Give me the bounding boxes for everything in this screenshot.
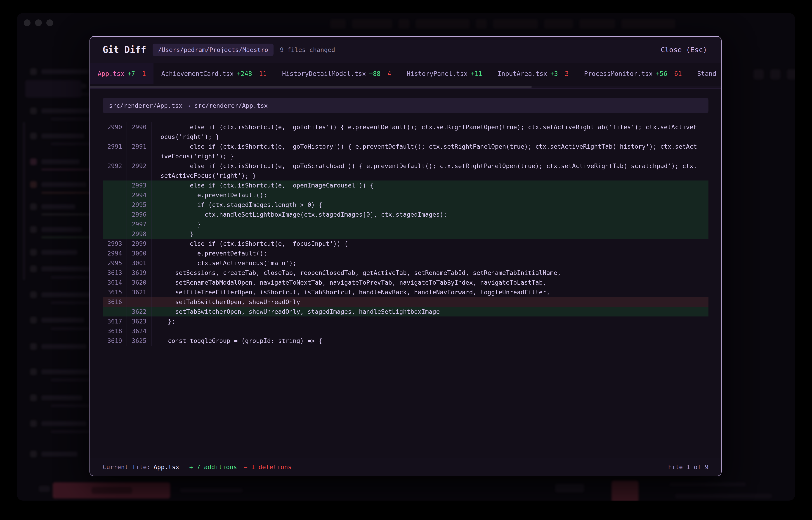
tab-additions: +3 <box>550 70 558 77</box>
old-line-number: 3615 <box>103 287 127 297</box>
current-file-name: App.tsx <box>153 464 179 470</box>
code-text: else if (ctx.isShortcut(e, 'openImageCar… <box>151 181 709 190</box>
diff-line: 36173623 }; <box>103 316 709 326</box>
file-path-to: src/renderer/App.tsx <box>194 102 268 109</box>
diff-file-tab[interactable]: Stand <box>689 63 721 84</box>
diff-file-tab[interactable]: HistoryPanel.tsx+11 <box>399 63 490 84</box>
tab-additions: +7 <box>127 70 135 77</box>
new-line-number: 2991 <box>127 141 151 161</box>
file-path-from: src/renderer/App.tsx <box>109 102 182 109</box>
tabs-scrollbar-thumb[interactable] <box>90 86 532 88</box>
tab-deletions: −61 <box>670 70 682 77</box>
tabs-scrollbar-track[interactable] <box>90 86 721 88</box>
diff-line: 3616 setTabSwitcherOpen, showUnreadOnly <box>103 297 709 307</box>
new-line-number: 2999 <box>127 239 151 249</box>
code-text: e.preventDefault(); <box>151 190 709 200</box>
tab-deletions: −1 <box>138 70 146 77</box>
close-button[interactable]: Close (Esc) <box>659 45 709 54</box>
diff-file-tab[interactable]: AchievementCard.tsx+248−11 <box>153 63 274 84</box>
new-line-number: 2990 <box>127 122 151 141</box>
new-line-number: 2994 <box>127 190 151 200</box>
old-line-number <box>103 307 127 316</box>
diff-line: 29932999 else if (ctx.isShortcut(e, 'foc… <box>103 239 709 249</box>
old-line-number <box>103 190 127 200</box>
new-line-number: 2995 <box>127 200 151 210</box>
new-line-number: 2997 <box>127 219 151 229</box>
new-line-number: 3621 <box>127 287 151 297</box>
code-text: else if (ctx.isShortcut(e, 'focusInput')… <box>151 239 709 249</box>
diff-line: 36143620 setRenameTabModalOpen, navigate… <box>103 278 709 287</box>
diff-line: 2994 e.preventDefault(); <box>103 190 709 200</box>
diff-line: 2998 } <box>103 229 709 239</box>
modal-header: Git Diff /Users/pedram/Projects/Maestro … <box>90 36 721 63</box>
new-line-number <box>127 297 151 307</box>
old-line-number: 2994 <box>103 249 127 258</box>
new-line-number: 3000 <box>127 249 151 258</box>
modal-footer: Current file: App.tsx + 7 additions − 1 … <box>90 458 721 476</box>
old-line-number <box>103 229 127 239</box>
code-text: e.preventDefault(); <box>151 249 709 258</box>
old-line-number: 3614 <box>103 278 127 287</box>
code-text: else if (ctx.isShortcut(e, 'goToFiles'))… <box>151 122 709 141</box>
diff-line: 29953001 ctx.setActiveFocus('main'); <box>103 258 709 268</box>
tab-additions: +248 <box>237 70 252 77</box>
files-changed-label: 9 files changed <box>280 46 335 53</box>
app-window: Git Diff /Users/pedram/Projects/Maestro … <box>17 13 795 500</box>
tab-file-name: ProcessMonitor.tsx <box>584 70 653 77</box>
new-line-number: 3001 <box>127 258 151 268</box>
diff-line: 2993 else if (ctx.isShortcut(e, 'openIma… <box>103 181 709 190</box>
diff-content: src/renderer/App.tsx → src/renderer/App.… <box>90 89 721 458</box>
current-file-label: Current file: <box>103 464 150 470</box>
code-text: else if (ctx.isShortcut(e, 'goToHistory'… <box>151 141 709 161</box>
diff-file-tab[interactable]: App.tsx+7−1 <box>90 63 153 84</box>
code-text: ctx.handleSetLightboxImage(ctx.stagedIma… <box>151 210 709 219</box>
diff-line: 2995 if (ctx.stagedImages.length > 0) { <box>103 200 709 210</box>
old-line-number: 2992 <box>103 161 127 181</box>
file-position-indicator: File 1 of 9 <box>668 464 709 470</box>
diff-file-tab[interactable]: HistoryDetailModal.tsx+88−4 <box>274 63 399 84</box>
diff-line: 2996 ctx.handleSetLightboxImage(ctx.stag… <box>103 210 709 219</box>
code-text: setSessions, createTab, closeTab, reopen… <box>151 268 709 278</box>
diff-line: 2997 } <box>103 219 709 229</box>
additions-count: + 7 additions <box>189 464 237 470</box>
file-tabs-bar: App.tsx+7−1AchievementCard.tsx+248−11His… <box>90 63 721 89</box>
old-line-number: 3616 <box>103 297 127 307</box>
diff-line: 36183624 <box>103 326 709 336</box>
diff-line: 36133619 setSessions, createTab, closeTa… <box>103 268 709 278</box>
code-text: setTabSwitcherOpen, showUnreadOnly, stag… <box>151 307 709 316</box>
deletions-count: − 1 deletions <box>244 464 291 470</box>
old-line-number: 3618 <box>103 326 127 336</box>
arrow-right-icon: → <box>187 102 190 109</box>
diff-file-tab[interactable]: ProcessMonitor.tsx+56−61 <box>576 63 690 84</box>
tab-deletions: −3 <box>561 70 569 77</box>
old-line-number: 3619 <box>103 336 127 346</box>
old-line-number <box>103 181 127 190</box>
code-text: if (ctx.stagedImages.length > 0) { <box>151 200 709 210</box>
new-line-number: 3623 <box>127 316 151 326</box>
code-text: const toggleGroup = (groupId: string) =>… <box>151 336 709 346</box>
new-line-number: 3619 <box>127 268 151 278</box>
diff-lines: 29902990 else if (ctx.isShortcut(e, 'goT… <box>103 122 709 346</box>
code-text: setTabSwitcherOpen, showUnreadOnly <box>151 297 709 307</box>
diff-line: 36153621 setFileTreeFilterOpen, isShortc… <box>103 287 709 297</box>
diff-file-tab[interactable]: InputArea.tsx+3−3 <box>490 63 576 84</box>
tab-file-name: App.tsx <box>98 70 124 77</box>
old-line-number <box>103 200 127 210</box>
tab-additions: +88 <box>369 70 381 77</box>
new-line-number: 3620 <box>127 278 151 287</box>
old-line-number: 2990 <box>103 122 127 141</box>
modal-title: Git Diff <box>103 45 146 55</box>
diff-line: 29943000 e.preventDefault(); <box>103 249 709 258</box>
new-line-number: 3624 <box>127 326 151 336</box>
new-line-number: 3622 <box>127 307 151 316</box>
tab-deletions: −4 <box>384 70 391 77</box>
old-line-number <box>103 210 127 219</box>
code-text: } <box>151 219 709 229</box>
code-text: } <box>151 229 709 239</box>
tab-file-name: AchievementCard.tsx <box>161 70 233 77</box>
tab-file-name: Stand <box>697 70 716 77</box>
old-line-number: 3617 <box>103 316 127 326</box>
file-tabs: App.tsx+7−1AchievementCard.tsx+248−11His… <box>90 63 721 84</box>
code-text: ctx.setActiveFocus('main'); <box>151 258 709 268</box>
new-line-number: 2998 <box>127 229 151 239</box>
